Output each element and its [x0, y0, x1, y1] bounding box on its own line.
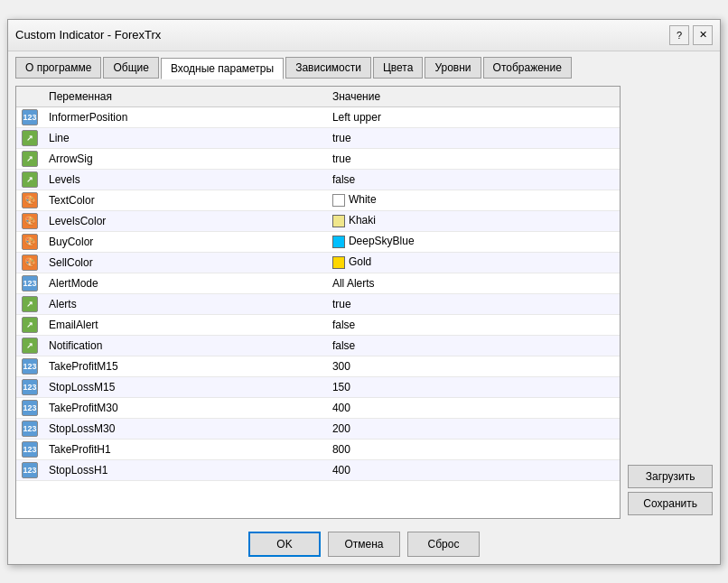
color-swatch: [332, 256, 345, 269]
col-variable: Переменная: [43, 87, 327, 107]
row-icon: 🎨: [16, 252, 43, 273]
row-icon: 123: [16, 376, 43, 397]
param-name: SellColor: [43, 252, 327, 273]
param-name: Notification: [43, 335, 327, 356]
param-value[interactable]: 200: [327, 418, 620, 439]
table-row[interactable]: 123TakeProfitM30400: [16, 397, 620, 418]
table-row[interactable]: ↗ArrowSigtrue: [16, 148, 620, 169]
param-value[interactable]: false: [327, 314, 620, 335]
param-value[interactable]: 400: [327, 459, 620, 480]
tab-colors[interactable]: Цвета: [373, 57, 423, 79]
params-table-container[interactable]: Переменная Значение 123InformerPositionL…: [15, 86, 621, 519]
param-name: TakeProfitM30: [43, 397, 327, 418]
tab-input-params[interactable]: Входные параметры: [161, 58, 284, 79]
param-value[interactable]: true: [327, 127, 620, 148]
params-table: Переменная Значение 123InformerPositionL…: [16, 87, 620, 481]
param-name: Levels: [43, 169, 327, 190]
ok-button[interactable]: OK: [248, 532, 321, 557]
param-name: TakeProfitM15: [43, 356, 327, 376]
row-icon: 123: [16, 397, 43, 418]
table-row[interactable]: 🎨BuyColorDeepSkyBlue: [16, 231, 620, 252]
row-icon: ↗: [16, 314, 43, 335]
param-value[interactable]: All Alerts: [327, 273, 620, 293]
param-name: EmailAlert: [43, 314, 327, 335]
param-name: AlertMode: [43, 273, 327, 293]
table-row[interactable]: 123AlertModeAll Alerts: [16, 273, 620, 293]
param-name: StopLossH1: [43, 459, 327, 480]
tab-dependencies[interactable]: Зависимости: [285, 57, 371, 79]
tab-general[interactable]: Общие: [103, 57, 158, 79]
row-icon: ↗: [16, 293, 43, 314]
param-value[interactable]: White: [327, 190, 620, 210]
row-icon: ↗: [16, 148, 43, 169]
param-name: InformerPosition: [43, 106, 327, 127]
param-name: Line: [43, 127, 327, 148]
color-swatch: [332, 194, 345, 207]
help-button[interactable]: ?: [669, 25, 689, 45]
param-name: BuyColor: [43, 231, 327, 252]
row-icon: 123: [16, 439, 43, 459]
color-swatch: [332, 236, 345, 248]
tab-levels[interactable]: Уровни: [425, 57, 481, 79]
row-icon: 123: [16, 356, 43, 376]
param-name: TextColor: [43, 190, 327, 210]
table-row[interactable]: ↗Notificationfalse: [16, 335, 620, 356]
param-name: Alerts: [43, 293, 327, 314]
params-table-area: Переменная Значение 123InformerPositionL…: [15, 86, 621, 519]
param-value[interactable]: DeepSkyBlue: [327, 231, 620, 252]
param-value[interactable]: false: [327, 335, 620, 356]
row-icon: 123: [16, 106, 43, 127]
param-value[interactable]: 150: [327, 376, 620, 397]
table-row[interactable]: ↗Levelsfalse: [16, 169, 620, 190]
table-row[interactable]: 123TakeProfitM15300: [16, 356, 620, 376]
window-title: Custom Indicator - ForexTrx: [15, 28, 161, 42]
row-icon: ↗: [16, 169, 43, 190]
table-row[interactable]: 🎨TextColorWhite: [16, 190, 620, 210]
param-value[interactable]: true: [327, 293, 620, 314]
param-value[interactable]: Gold: [327, 252, 620, 273]
row-icon: 🎨: [16, 231, 43, 252]
col-icon: [16, 87, 43, 107]
table-row[interactable]: ↗EmailAlertfalse: [16, 314, 620, 335]
close-button[interactable]: ✕: [693, 25, 713, 45]
main-body: Переменная Значение 123InformerPositionL…: [8, 79, 720, 526]
footer: OK Отмена Сброс: [8, 526, 720, 564]
save-button[interactable]: Сохранить: [628, 492, 713, 515]
row-icon: 123: [16, 459, 43, 480]
title-buttons: ? ✕: [669, 25, 713, 45]
tab-bar: О программе Общие Входные параметры Зави…: [8, 51, 720, 79]
cancel-button[interactable]: Отмена: [328, 532, 400, 557]
param-value[interactable]: 300: [327, 356, 620, 376]
param-value[interactable]: false: [327, 169, 620, 190]
table-row[interactable]: 🎨LevelsColorKhaki: [16, 210, 620, 231]
load-button[interactable]: Загрузить: [628, 465, 713, 488]
table-row[interactable]: ↗Linetrue: [16, 127, 620, 148]
row-icon: ↗: [16, 335, 43, 356]
param-value[interactable]: 400: [327, 397, 620, 418]
tab-about[interactable]: О программе: [15, 57, 101, 79]
row-icon: ↗: [16, 127, 43, 148]
table-row[interactable]: ↗Alertstrue: [16, 293, 620, 314]
param-value[interactable]: 800: [327, 439, 620, 459]
row-icon: 123: [16, 418, 43, 439]
param-value[interactable]: Khaki: [327, 210, 620, 231]
row-icon: 🎨: [16, 210, 43, 231]
param-value[interactable]: true: [327, 148, 620, 169]
param-value[interactable]: Left upper: [327, 106, 620, 127]
table-row[interactable]: 123TakeProfitH1800: [16, 439, 620, 459]
table-row[interactable]: 🎨SellColorGold: [16, 252, 620, 273]
param-name: StopLossM15: [43, 376, 327, 397]
table-row[interactable]: 123StopLossH1400: [16, 459, 620, 480]
table-row[interactable]: 123StopLossM30200: [16, 418, 620, 439]
table-row[interactable]: 123StopLossM15150: [16, 376, 620, 397]
param-name: ArrowSig: [43, 148, 327, 169]
table-row[interactable]: 123InformerPositionLeft upper: [16, 106, 620, 127]
tab-display[interactable]: Отображение: [483, 57, 572, 79]
param-name: LevelsColor: [43, 210, 327, 231]
right-buttons: Загрузить Сохранить: [628, 86, 713, 519]
main-window: Custom Indicator - ForexTrx ? ✕ О програ…: [7, 19, 721, 565]
reset-button[interactable]: Сброс: [407, 532, 480, 557]
row-icon: 123: [16, 273, 43, 293]
param-name: StopLossM30: [43, 418, 327, 439]
col-value: Значение: [327, 87, 620, 107]
